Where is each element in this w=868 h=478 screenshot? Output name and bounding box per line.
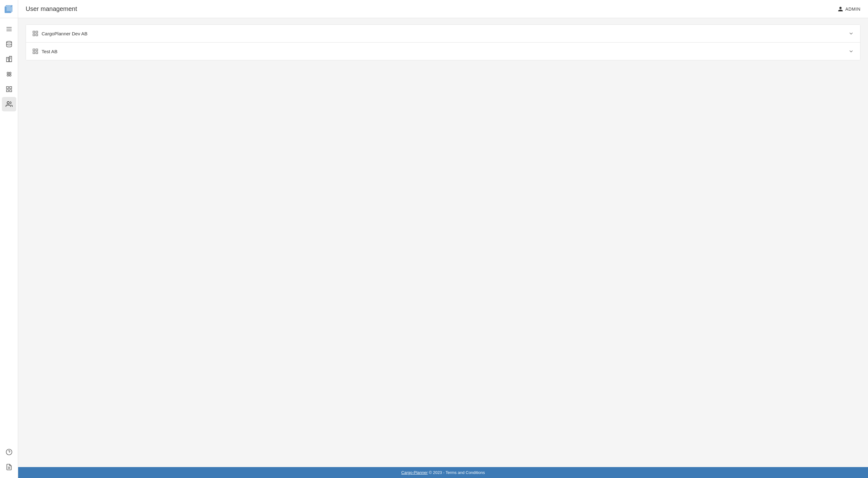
app-logo[interactable] <box>0 0 18 18</box>
sidebar-item-list[interactable] <box>2 22 16 36</box>
svg-rect-34 <box>36 34 38 36</box>
sidebar <box>0 0 18 478</box>
svg-line-2 <box>5 5 6 7</box>
org-name-1: CargoPlanner Dev AB <box>41 31 88 36</box>
footer-terms: Terms and Conditions <box>445 470 485 475</box>
sidebar-item-database[interactable] <box>2 37 16 51</box>
footer-content: Cargo-Planner © 2023 - Terms and Conditi… <box>401 470 485 475</box>
org-name-2: Test AB <box>41 49 58 54</box>
sidebar-item-grid[interactable] <box>2 82 16 96</box>
svg-rect-35 <box>33 49 35 51</box>
svg-point-18 <box>9 72 11 74</box>
svg-rect-22 <box>9 87 11 89</box>
username-label: ADMIN <box>845 6 861 11</box>
org-item-left-1: CargoPlanner Dev AB <box>32 30 88 37</box>
svg-point-17 <box>7 72 8 74</box>
main-content: User management ADMIN <box>18 0 868 478</box>
chevron-down-icon-2 <box>848 49 854 54</box>
content-area: CargoPlanner Dev AB <box>18 18 868 467</box>
svg-point-20 <box>9 74 11 76</box>
svg-point-25 <box>7 102 9 104</box>
footer-link[interactable]: Cargo-Planner <box>401 470 428 475</box>
svg-point-19 <box>7 74 8 76</box>
svg-rect-23 <box>6 90 8 92</box>
svg-line-4 <box>11 11 12 12</box>
svg-rect-36 <box>36 49 38 51</box>
user-menu[interactable]: ADMIN <box>838 6 861 12</box>
svg-rect-38 <box>36 52 38 54</box>
svg-rect-24 <box>9 90 11 92</box>
org-item-2[interactable]: Test AB <box>26 42 860 60</box>
sidebar-item-cargo[interactable] <box>2 67 16 81</box>
org-item-1[interactable]: CargoPlanner Dev AB <box>26 25 860 42</box>
sidebar-bottom-nav <box>2 445 16 478</box>
sidebar-item-buildings[interactable] <box>2 52 16 66</box>
svg-rect-21 <box>6 87 8 89</box>
organization-list: CargoPlanner Dev AB <box>26 24 861 60</box>
sidebar-nav <box>0 21 18 113</box>
chevron-down-icon-1 <box>848 31 854 36</box>
user-icon <box>838 6 843 12</box>
org-icon-2 <box>32 48 38 54</box>
footer-copyright: © 2023 - <box>429 470 444 475</box>
svg-point-8 <box>6 41 11 43</box>
page-footer: Cargo-Planner © 2023 - Terms and Conditi… <box>18 467 868 478</box>
sidebar-item-help[interactable] <box>2 445 16 459</box>
sidebar-item-users[interactable] <box>2 97 16 111</box>
svg-rect-32 <box>36 31 38 33</box>
svg-rect-31 <box>33 31 35 33</box>
sidebar-item-document[interactable] <box>2 460 16 474</box>
org-item-left-2: Test AB <box>32 48 58 54</box>
page-title: User management <box>26 5 77 12</box>
org-icon-1 <box>32 30 38 37</box>
page-header: User management ADMIN <box>18 0 868 18</box>
svg-rect-37 <box>33 52 35 54</box>
svg-rect-33 <box>33 34 35 36</box>
